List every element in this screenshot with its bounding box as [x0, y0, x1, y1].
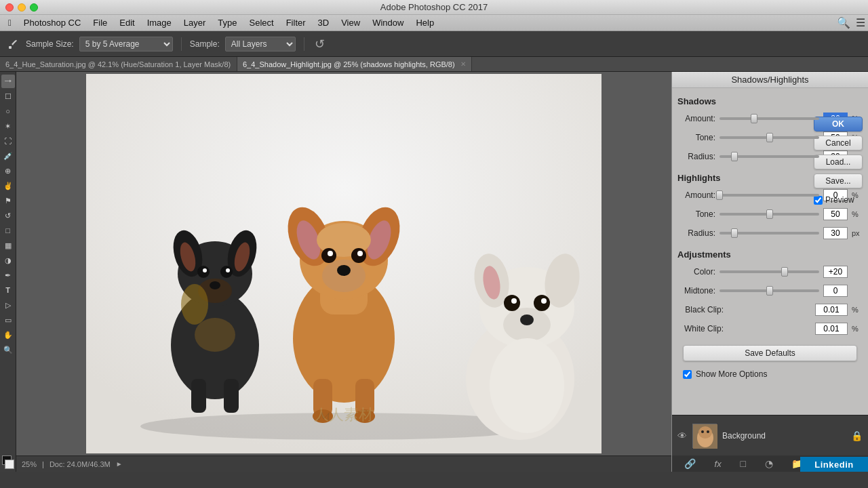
tab-shadow-label: 6_4_Shadow_Highlight.jpg @ 25% (shadows … [243, 60, 455, 68]
menu-layer[interactable]: Layer [178, 16, 212, 29]
menu-3d[interactable]: 3D [313, 16, 335, 29]
adjustments-whiteclip-unit: % [852, 325, 863, 333]
shadows-amount-thumb[interactable] [751, 114, 757, 123]
zoom-tool[interactable]: 🔍 [1, 343, 15, 357]
menu-window[interactable]: Window [367, 16, 409, 29]
svg-rect-17 [224, 379, 239, 413]
load-button[interactable]: Load... [814, 155, 863, 169]
save-defaults-button[interactable]: Save Defaults [683, 345, 857, 361]
fx-icon[interactable]: fx [715, 459, 722, 469]
save-button[interactable]: Save... [814, 174, 863, 188]
shadows-radius-track[interactable] [719, 155, 819, 158]
pen-tool[interactable]: ✒ [1, 268, 15, 282]
cancel-button[interactable]: Cancel [814, 136, 863, 150]
crop-tool[interactable]: ⛶ [1, 134, 15, 148]
titlebar: Adobe Photoshop CC 2017 [0, 0, 868, 15]
text-tool[interactable]: T [1, 283, 15, 297]
search-icon[interactable]: 🔍 [837, 16, 850, 29]
close-button[interactable] [5, 3, 14, 12]
menu-photoshop[interactable]: Photoshop CC [18, 16, 87, 29]
menu-apple[interactable]:  [3, 16, 17, 29]
sample-value-select[interactable]: All Layers Current Layer [225, 37, 296, 52]
background-color[interactable] [5, 460, 14, 469]
maximize-button[interactable] [30, 3, 38, 12]
arrow-icon[interactable]: ► [116, 460, 123, 468]
svg-point-54 [701, 430, 704, 433]
healing-tool[interactable]: ⊕ [1, 164, 15, 178]
adjustments-midtone-row: Midtone: [677, 285, 863, 297]
gradient-tool[interactable]: ▦ [1, 239, 15, 252]
clone-tool[interactable]: ⚑ [1, 194, 15, 207]
eyedropper-tool[interactable] [5, 37, 20, 52]
shadows-tone-thumb[interactable] [766, 133, 773, 142]
add-adjustment-icon[interactable]: ◔ [765, 458, 773, 469]
menu-view[interactable]: View [336, 16, 366, 29]
highlights-amount-track[interactable] [719, 194, 819, 197]
svg-point-30 [328, 251, 333, 256]
tab-hue-saturation[interactable]: 6_4_Hue_Saturation.jpg @ 42.1% (Hue/Satu… [0, 57, 237, 71]
menu-help[interactable]: Help [410, 16, 439, 29]
menu-type[interactable]: Type [212, 16, 242, 29]
adjustments-midtone-track[interactable] [719, 289, 819, 292]
reset-icon[interactable]: ↺ [313, 37, 328, 52]
tab-shadow-highlight[interactable]: 6_4_Shadow_Highlight.jpg @ 25% (shadows … [237, 57, 472, 71]
adjustments-color-track[interactable] [719, 270, 819, 273]
adjustments-whiteclip-input[interactable] [815, 323, 848, 335]
traffic-lights [5, 3, 38, 12]
dodge-tool[interactable]: ◑ [1, 253, 15, 267]
menu-image[interactable]: Image [142, 16, 177, 29]
menu-extra-icon: ☰ [856, 16, 865, 29]
shadows-radius-thumb[interactable] [731, 152, 738, 161]
tab-shadow-close[interactable]: ✕ [460, 60, 466, 68]
show-more-checkbox[interactable] [683, 370, 692, 379]
adjustments-midtone-input[interactable] [823, 285, 848, 297]
statusbar-separator: | [42, 460, 44, 468]
marquee-tool[interactable]: ☐ [1, 89, 15, 103]
menu-select[interactable]: Select [244, 16, 279, 29]
highlights-radius-track[interactable] [719, 232, 819, 235]
shadows-highlights-dialog: Shadows/Highlights OK Cancel Load... Sav… [671, 72, 868, 472]
highlights-radius-thumb[interactable] [731, 228, 738, 238]
highlights-amount-thumb[interactable] [716, 190, 723, 200]
adjustments-color-row: Color: [677, 266, 863, 278]
history-brush[interactable]: ↺ [1, 209, 15, 222]
link-icon[interactable]: 🔗 [684, 458, 696, 469]
highlights-amount-label: Amount: [677, 190, 715, 200]
highlights-tone-track[interactable] [719, 213, 819, 216]
highlights-radius-input[interactable] [823, 227, 848, 239]
menu-edit[interactable]: Edit [114, 16, 140, 29]
magic-wand-tool[interactable]: ✶ [1, 119, 15, 133]
minimize-button[interactable] [18, 3, 26, 12]
preview-label: Preview [825, 195, 854, 205]
shadows-tone-track[interactable] [719, 136, 819, 139]
menu-filter[interactable]: Filter [281, 16, 311, 29]
svg-point-44 [534, 295, 550, 311]
svg-point-46 [541, 298, 547, 304]
path-select-tool[interactable]: ▷ [1, 298, 15, 312]
show-more-options-row: Show More Options [683, 369, 857, 379]
menu-file[interactable]: File [87, 16, 113, 29]
hand-tool[interactable]: ✋ [1, 328, 15, 342]
preview-checkbox[interactable] [814, 196, 823, 205]
adjustments-color-input[interactable] [823, 266, 848, 278]
highlights-radius-unit: px [852, 229, 863, 237]
eraser-tool[interactable]: □ [1, 224, 15, 237]
toolbar: Sample Size: 5 by 5 Average Point Sample… [0, 31, 868, 57]
move-tool[interactable]: ⭢ [1, 75, 15, 88]
canvas-area[interactable]: 人人素材 𝓜 25% | Doc: 24.0M/46.3M ► [16, 72, 671, 472]
canvas-background: 人人素材 𝓜 [16, 72, 671, 455]
ok-button[interactable]: OK [814, 117, 863, 131]
brush-tool[interactable]: ✌ [1, 179, 15, 192]
adjustments-color-thumb[interactable] [781, 267, 788, 277]
shape-tool[interactable]: ▭ [1, 313, 15, 327]
svg-point-12 [203, 268, 207, 272]
add-mask-icon[interactable]: □ [740, 458, 745, 469]
sample-size-select[interactable]: 5 by 5 Average Point Sample 3 by 3 Avera… [79, 37, 173, 52]
adjustments-midtone-thumb[interactable] [766, 286, 773, 296]
adjustments-blackclip-input[interactable] [815, 304, 848, 316]
layer-visibility-icon[interactable]: 👁 [677, 430, 687, 441]
shadows-amount-track[interactable] [719, 117, 819, 120]
highlights-tone-thumb[interactable] [766, 209, 773, 219]
eyedropper-tool-left[interactable]: 💉 [1, 149, 15, 163]
lasso-tool[interactable]: ○ [1, 104, 15, 118]
